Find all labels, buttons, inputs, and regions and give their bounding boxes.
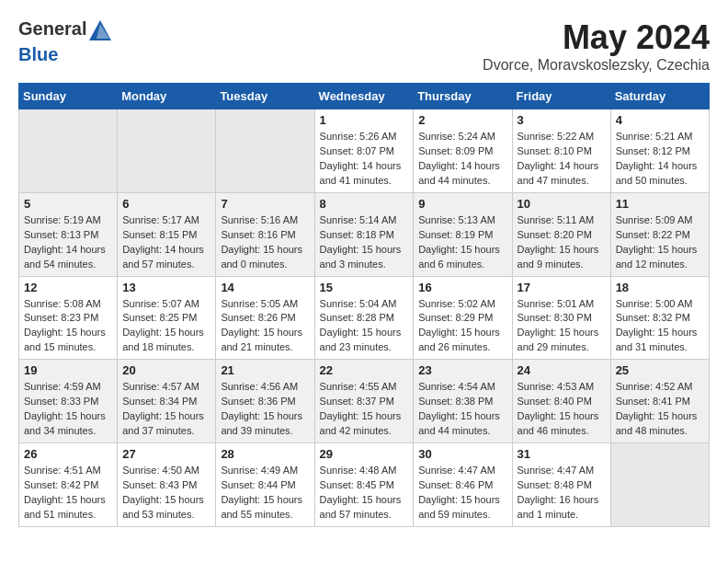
calendar-cell: 26Sunrise: 4:51 AMSunset: 8:42 PMDayligh… <box>19 443 118 527</box>
day-number: 18 <box>616 281 704 294</box>
month-title: May 2024 <box>483 18 710 57</box>
day-info: Sunrise: 4:56 AMSunset: 8:36 PMDaylight:… <box>221 380 309 439</box>
title-section: May 2024 Dvorce, Moravskoslezsky, Czechi… <box>483 18 710 74</box>
calendar-cell: 14Sunrise: 5:05 AMSunset: 8:26 PMDayligh… <box>216 276 314 360</box>
calendar-cell: 6Sunrise: 5:17 AMSunset: 8:15 PMDaylight… <box>118 192 216 276</box>
day-number: 3 <box>518 113 606 127</box>
day-info: Sunrise: 4:53 AMSunset: 8:40 PMDaylight:… <box>518 380 606 439</box>
day-number: 1 <box>320 113 409 127</box>
calendar-cell: 28Sunrise: 4:49 AMSunset: 8:44 PMDayligh… <box>216 443 314 527</box>
day-number: 26 <box>24 447 112 461</box>
day-info: Sunrise: 4:47 AMSunset: 8:46 PMDaylight:… <box>418 464 506 523</box>
calendar-cell: 5Sunrise: 5:19 AMSunset: 8:13 PMDaylight… <box>19 192 118 276</box>
day-number: 23 <box>418 363 506 377</box>
day-number: 29 <box>320 447 409 461</box>
day-info: Sunrise: 5:17 AMSunset: 8:15 PMDaylight:… <box>122 213 210 272</box>
day-number: 16 <box>418 281 506 294</box>
day-number: 10 <box>518 197 606 211</box>
page-header: General Blue May 2024 Dvorce, Moravskosl… <box>18 18 710 74</box>
day-header-monday: Monday <box>118 84 216 109</box>
day-header-friday: Friday <box>512 84 610 109</box>
day-number: 7 <box>221 197 309 211</box>
day-info: Sunrise: 5:22 AMSunset: 8:10 PMDaylight:… <box>518 130 606 189</box>
day-info: Sunrise: 5:02 AMSunset: 8:29 PMDaylight:… <box>418 297 506 356</box>
day-number: 25 <box>616 363 704 377</box>
day-header-tuesday: Tuesday <box>216 84 314 109</box>
day-info: Sunrise: 5:11 AMSunset: 8:20 PMDaylight:… <box>518 213 606 272</box>
day-info: Sunrise: 4:52 AMSunset: 8:41 PMDaylight:… <box>616 380 704 439</box>
calendar-body: 1Sunrise: 5:26 AMSunset: 8:07 PMDaylight… <box>19 109 710 527</box>
day-number: 13 <box>122 281 210 294</box>
calendar-table: SundayMondayTuesdayWednesdayThursdayFrid… <box>18 83 710 527</box>
day-info: Sunrise: 4:47 AMSunset: 8:48 PMDaylight:… <box>518 464 606 523</box>
day-number: 27 <box>122 447 210 461</box>
logo-text: General Blue <box>18 18 114 65</box>
calendar-cell: 22Sunrise: 4:55 AMSunset: 8:37 PMDayligh… <box>314 360 414 443</box>
calendar-cell: 7Sunrise: 5:16 AMSunset: 8:16 PMDaylight… <box>216 192 314 276</box>
day-info: Sunrise: 5:21 AMSunset: 8:12 PMDaylight:… <box>616 130 704 189</box>
calendar-cell: 17Sunrise: 5:01 AMSunset: 8:30 PMDayligh… <box>512 276 610 360</box>
day-info: Sunrise: 5:08 AMSunset: 8:23 PMDaylight:… <box>24 297 112 356</box>
day-info: Sunrise: 4:55 AMSunset: 8:37 PMDaylight:… <box>320 380 409 439</box>
header-row: SundayMondayTuesdayWednesdayThursdayFrid… <box>19 84 710 109</box>
day-header-wednesday: Wednesday <box>314 84 414 109</box>
day-header-thursday: Thursday <box>414 84 512 109</box>
day-number: 21 <box>221 363 309 377</box>
calendar-week-3: 12Sunrise: 5:08 AMSunset: 8:23 PMDayligh… <box>19 276 710 360</box>
day-info: Sunrise: 5:19 AMSunset: 8:13 PMDaylight:… <box>24 213 112 272</box>
calendar-week-4: 19Sunrise: 4:59 AMSunset: 8:33 PMDayligh… <box>19 360 710 443</box>
calendar-cell: 4Sunrise: 5:21 AMSunset: 8:12 PMDaylight… <box>610 109 709 193</box>
calendar-week-1: 1Sunrise: 5:26 AMSunset: 8:07 PMDaylight… <box>19 109 710 193</box>
calendar-cell: 1Sunrise: 5:26 AMSunset: 8:07 PMDaylight… <box>314 109 414 193</box>
day-info: Sunrise: 4:51 AMSunset: 8:42 PMDaylight:… <box>24 464 112 523</box>
day-info: Sunrise: 4:50 AMSunset: 8:43 PMDaylight:… <box>122 464 210 523</box>
location: Dvorce, Moravskoslezsky, Czechia <box>483 57 710 74</box>
day-number: 19 <box>24 363 112 377</box>
day-number: 11 <box>616 197 704 211</box>
calendar-cell <box>610 443 709 527</box>
calendar-cell: 11Sunrise: 5:09 AMSunset: 8:22 PMDayligh… <box>610 192 709 276</box>
day-info: Sunrise: 5:09 AMSunset: 8:22 PMDaylight:… <box>616 213 704 272</box>
calendar-cell: 30Sunrise: 4:47 AMSunset: 8:46 PMDayligh… <box>414 443 512 527</box>
calendar-cell: 29Sunrise: 4:48 AMSunset: 8:45 PMDayligh… <box>314 443 414 527</box>
day-number: 6 <box>122 197 210 211</box>
day-number: 17 <box>518 281 606 294</box>
day-number: 2 <box>418 113 506 127</box>
day-number: 5 <box>24 197 112 211</box>
calendar-cell <box>216 109 314 193</box>
calendar-cell: 2Sunrise: 5:24 AMSunset: 8:09 PMDaylight… <box>414 109 512 193</box>
day-info: Sunrise: 5:05 AMSunset: 8:26 PMDaylight:… <box>221 297 309 356</box>
calendar-cell: 20Sunrise: 4:57 AMSunset: 8:34 PMDayligh… <box>118 360 216 443</box>
calendar-header: SundayMondayTuesdayWednesdayThursdayFrid… <box>19 84 710 109</box>
day-number: 22 <box>320 363 409 377</box>
calendar-cell <box>118 109 216 193</box>
day-number: 24 <box>518 363 606 377</box>
logo-icon <box>87 18 113 44</box>
calendar-cell: 18Sunrise: 5:00 AMSunset: 8:32 PMDayligh… <box>610 276 709 360</box>
day-header-sunday: Sunday <box>19 84 118 109</box>
day-info: Sunrise: 5:16 AMSunset: 8:16 PMDaylight:… <box>221 213 309 272</box>
day-info: Sunrise: 5:00 AMSunset: 8:32 PMDaylight:… <box>616 297 704 356</box>
calendar-cell: 3Sunrise: 5:22 AMSunset: 8:10 PMDaylight… <box>512 109 610 193</box>
calendar-cell: 24Sunrise: 4:53 AMSunset: 8:40 PMDayligh… <box>512 360 610 443</box>
day-number: 8 <box>320 197 409 211</box>
day-info: Sunrise: 5:01 AMSunset: 8:30 PMDaylight:… <box>518 297 606 356</box>
calendar-cell: 23Sunrise: 4:54 AMSunset: 8:38 PMDayligh… <box>414 360 512 443</box>
day-info: Sunrise: 5:04 AMSunset: 8:28 PMDaylight:… <box>320 297 409 356</box>
calendar-cell <box>19 109 118 193</box>
calendar-cell: 10Sunrise: 5:11 AMSunset: 8:20 PMDayligh… <box>512 192 610 276</box>
day-header-saturday: Saturday <box>610 84 709 109</box>
day-number: 31 <box>518 447 606 461</box>
day-info: Sunrise: 5:26 AMSunset: 8:07 PMDaylight:… <box>320 130 409 189</box>
day-info: Sunrise: 4:54 AMSunset: 8:38 PMDaylight:… <box>418 380 506 439</box>
calendar-cell: 16Sunrise: 5:02 AMSunset: 8:29 PMDayligh… <box>414 276 512 360</box>
day-number: 20 <box>122 363 210 377</box>
day-info: Sunrise: 4:57 AMSunset: 8:34 PMDaylight:… <box>122 380 210 439</box>
day-info: Sunrise: 5:13 AMSunset: 8:19 PMDaylight:… <box>418 213 506 272</box>
day-info: Sunrise: 4:49 AMSunset: 8:44 PMDaylight:… <box>221 464 309 523</box>
day-number: 9 <box>418 197 506 211</box>
day-number: 14 <box>221 281 309 294</box>
day-number: 28 <box>221 447 309 461</box>
day-number: 4 <box>616 113 704 127</box>
calendar-cell: 31Sunrise: 4:47 AMSunset: 8:48 PMDayligh… <box>512 443 610 527</box>
